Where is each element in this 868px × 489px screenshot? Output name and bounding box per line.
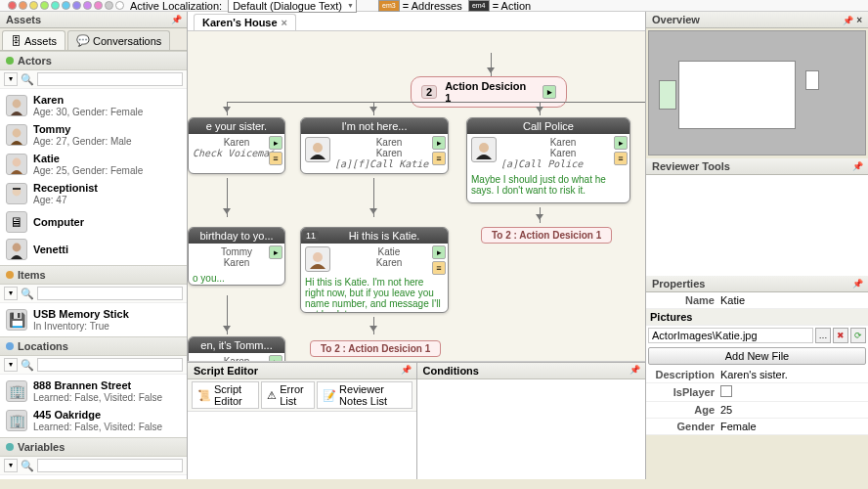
tab-script-editor[interactable]: 📜Script Editor: [192, 381, 259, 409]
warning-icon: ⚠: [267, 389, 277, 402]
items-section-header[interactable]: Items: [0, 266, 187, 285]
actors-list: KarenAge: 30, Gender: Female TommyAge: 2…: [0, 89, 187, 265]
tab-reviewer-notes[interactable]: 📝Reviewer Notes List: [317, 381, 412, 409]
svg-point-7: [479, 143, 489, 153]
pictures-header: Pictures: [650, 311, 692, 323]
pin-icon[interactable]: 📌: [171, 15, 181, 24]
svg-point-1: [13, 129, 22, 138]
reviewer-title: Reviewer Tools: [652, 160, 730, 172]
location-oakridge[interactable]: 🏢445 OakridgeLearned: False, Visited: Fa…: [0, 406, 187, 435]
actor-item-receptionist[interactable]: ReceptionistAge: 47: [0, 179, 187, 208]
svg-point-6: [313, 143, 323, 153]
actor-item-computer[interactable]: 🖥Computer: [0, 208, 187, 236]
filter-dropdown[interactable]: ▾: [4, 358, 18, 372]
tab-conversations[interactable]: 💬Conversations: [67, 30, 170, 50]
actors-section-header[interactable]: Actors: [0, 52, 187, 70]
location-search-input[interactable]: [37, 358, 183, 372]
assets-panel-header: Assets 📌: [0, 12, 187, 28]
accept-icon[interactable]: ▸: [614, 136, 628, 150]
legend-action: em4 = Action: [468, 0, 531, 12]
filter-dropdown[interactable]: ▾: [4, 72, 18, 86]
add-new-file-button[interactable]: Add New File: [648, 347, 866, 365]
pin-icon[interactable]: 📌: [629, 365, 639, 375]
svg-point-8: [313, 252, 323, 262]
decision-node[interactable]: 2 Action Desicion 1 ▸: [411, 76, 567, 108]
accept-icon[interactable]: ▸: [269, 245, 282, 259]
script-icon[interactable]: ≡: [614, 152, 628, 165]
overview-title: Overview: [652, 14, 700, 25]
conversation-tab[interactable]: Karen's House×: [194, 14, 296, 30]
script-icon[interactable]: ≡: [432, 152, 446, 165]
search-icon: 🔍: [21, 73, 34, 86]
dialogue-node[interactable]: Call Police KarenKaren[a]Call Police May…: [466, 117, 630, 203]
accept-icon[interactable]: ▸: [432, 245, 446, 259]
actor-item-tommy[interactable]: TommyAge: 27, Gender: Male: [0, 120, 187, 150]
item-search-input[interactable]: [37, 287, 183, 300]
script-icon: 📜: [197, 389, 211, 402]
localization-dropdown[interactable]: Default (Dialogue Text): [228, 0, 357, 13]
tab-error-list[interactable]: ⚠Error List: [261, 381, 315, 409]
link-node[interactable]: To 2 : Action Desicion 1: [310, 340, 441, 357]
legend-addresses: em3 = Addresses: [378, 0, 462, 12]
actor-avatar: [471, 137, 497, 162]
locations-section-header[interactable]: Locations: [0, 337, 187, 356]
play-icon[interactable]: ▸: [542, 85, 556, 99]
accept-icon[interactable]: ▸: [269, 136, 282, 150]
actor-item-katie[interactable]: KatieAge: 25, Gender: Female: [0, 150, 187, 179]
omega-icon: [6, 443, 14, 451]
variable-search-input[interactable]: [37, 459, 183, 472]
link-node[interactable]: To 2 : Action Desicion 1: [481, 227, 612, 244]
script-editor-panel: Script Editor📌 📜Script Editor ⚠Error Lis…: [188, 363, 417, 479]
dialogue-canvas[interactable]: 2 Action Desicion 1 ▸ e your sister. Kar…: [188, 31, 645, 362]
conditions-panel: Conditions📌: [417, 363, 646, 479]
actor-avatar: [305, 137, 330, 162]
dialogue-node[interactable]: 11Hi this is Katie. KatieKaren Hi this i…: [300, 227, 449, 313]
prop-label-gender: Gender: [650, 421, 720, 432]
dialogue-node[interactable]: birthday to yo... TommyKaren o you... ▸: [188, 227, 285, 286]
location-brannen[interactable]: 🏢888 Brannen StreetLearned: False, Visit…: [0, 377, 187, 406]
color-palette[interactable]: [8, 1, 124, 10]
overview-minimap[interactable]: [648, 30, 866, 156]
refresh-icon[interactable]: ⟳: [850, 328, 866, 343]
close-icon[interactable]: ×: [282, 17, 287, 28]
item-usb[interactable]: 💾USB Memory StickIn Inventory: True: [0, 305, 187, 334]
actor-search-input[interactable]: [37, 72, 183, 86]
pin-icon[interactable]: 📌: [401, 365, 411, 375]
dialogue-node[interactable]: I'm not here... KarenKaren[a][f]Call Kat…: [300, 117, 449, 174]
actor-avatar: [305, 246, 330, 272]
filter-dropdown[interactable]: ▾: [4, 459, 18, 472]
actor-item-venetti[interactable]: Venetti: [0, 236, 187, 263]
prop-value-gender[interactable]: Female: [720, 421, 864, 432]
actor-item-karen[interactable]: KarenAge: 30, Gender: Female: [0, 91, 187, 120]
prop-value-age[interactable]: 25: [720, 404, 864, 416]
browse-icon[interactable]: …: [815, 328, 831, 343]
search-icon: 🔍: [21, 288, 34, 300]
var-completed[interactable]: CompletedMission [ Boolean ]Initial Valu…: [0, 477, 187, 479]
dialogue-node[interactable]: en, it's Tomm... Karen ▸: [188, 336, 285, 362]
script-icon[interactable]: ≡: [269, 152, 282, 165]
note-icon: 📝: [323, 389, 336, 402]
accept-icon[interactable]: ▸: [269, 355, 282, 362]
pin-icon[interactable]: 📌: [852, 279, 862, 289]
svg-point-0: [13, 100, 22, 109]
tab-assets[interactable]: 🗄Assets: [2, 30, 65, 50]
properties-title: Properties: [652, 278, 705, 289]
pin-icon[interactable]: 📌: [843, 16, 853, 25]
chat-icon: 💬: [76, 34, 90, 47]
svg-point-2: [13, 158, 22, 167]
dialogue-node[interactable]: e your sister. KarenCheck Voicemai ▸≡: [188, 117, 285, 174]
prop-value-desc[interactable]: Karen's sister.: [720, 369, 864, 380]
search-icon: 🔍: [21, 460, 34, 472]
delete-icon[interactable]: ✖: [833, 328, 848, 343]
localization-label: Active Localization:: [130, 0, 222, 12]
close-icon[interactable]: ×: [856, 15, 862, 25]
filter-dropdown[interactable]: ▾: [4, 287, 18, 300]
prop-value-name[interactable]: Katie: [720, 294, 864, 306]
variables-section-header[interactable]: Variables: [0, 438, 187, 457]
accept-icon[interactable]: ▸: [432, 136, 446, 150]
picture-path-input[interactable]: [648, 328, 813, 343]
script-icon[interactable]: ≡: [432, 261, 446, 275]
pin-icon[interactable]: 📌: [852, 161, 862, 171]
prop-label-name: Name: [650, 294, 720, 306]
isplayer-checkbox[interactable]: [720, 385, 732, 397]
